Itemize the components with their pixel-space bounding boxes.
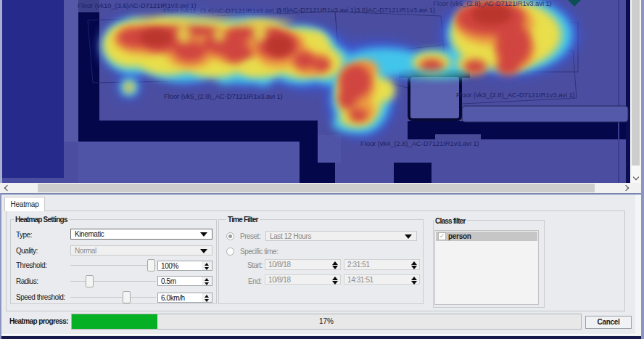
svg-text:Floor (vk3_(2.8)_AC-D7121IR1v3: Floor (vk3_(2.8)_AC-D7121IR1v3.avi 1): [456, 91, 575, 99]
svg-text:3.6)AC-D7121IR1v3.avi 1)3.6)AC: 3.6)AC-D7121IR1v3.avi 1)3.6)AC-D7121IR1v…: [277, 6, 435, 14]
svg-text:Floor (vk6_(2.8)_AC-D7121IR1v3: Floor (vk6_(2.8)_AC-D7121IR1v3.avi 1): [433, 0, 552, 7]
svg-text:Floor (vk4_(2.8)_AC-D7121IR1v3: Floor (vk4_(2.8)_AC-D7121IR1v3.avi 1): [360, 139, 479, 147]
svg-text:Floor (vk5_(2.8)_AC-D7121IR1v3: Floor (vk5_(2.8)_AC-D7121IR1v3.avi 1): [164, 92, 283, 100]
